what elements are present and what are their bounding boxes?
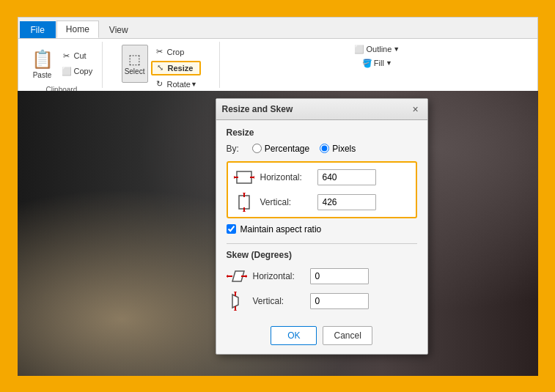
resize-fields: Horizontal: [227, 161, 417, 218]
maintain-aspect-row: Maintain aspect ratio [227, 224, 417, 234]
svg-rect-0 [237, 171, 251, 183]
ribbon-tabs: File Home View [18, 18, 537, 38]
maintain-aspect-label: Maintain aspect ratio [240, 224, 322, 234]
image-btn-stack: ✂ Crop ⤡ Resize ↻ Rotate ▼ [151, 45, 201, 92]
tools-items: ⬜ Outline ▼ 🪣 Fill ▼ [350, 43, 403, 86]
pixels-option[interactable]: Pixels [320, 144, 356, 154]
skew-vertical-input[interactable] [310, 293, 369, 309]
rotate-icon: ↻ [155, 79, 165, 89]
horizontal-row: Horizontal: [234, 167, 410, 188]
cut-button[interactable]: ✂ Cut [58, 48, 97, 63]
vertical-icon [234, 192, 254, 212]
resize-icon: ⤡ [155, 63, 166, 73]
svg-marker-15 [232, 295, 238, 308]
image-group: ⬚ Select ✂ Crop ⤡ Resize [103, 42, 220, 88]
vertical-input[interactable] [317, 194, 376, 210]
skew-horizontal-row: Horizontal: [227, 266, 417, 286]
percentage-option[interactable]: Percentage [252, 144, 309, 154]
pixels-radio[interactable] [320, 144, 329, 153]
select-container: ⬚ Select [122, 45, 148, 83]
crop-button[interactable]: ✂ Crop [151, 45, 201, 59]
clipboard-items: 📋 Paste ✂ Cut ⬜ Copy [27, 43, 97, 84]
ok-button[interactable]: OK [271, 326, 317, 345]
svg-marker-17 [234, 292, 237, 292]
horizontal-input[interactable] [317, 169, 376, 185]
copy-button[interactable]: ⬜ Copy [58, 64, 97, 78]
skew-vertical-label: Vertical: [253, 296, 304, 306]
dialog-title: Resize and Skew [222, 104, 293, 114]
cut-copy-group: ✂ Cut ⬜ Copy [58, 48, 97, 78]
svg-marker-9 [243, 211, 246, 212]
skew-horizontal-input[interactable] [310, 268, 369, 284]
horizontal-icon [234, 167, 254, 188]
fill-button[interactable]: 🪣 Fill ▼ [359, 57, 396, 70]
select-icon: ⬚ [128, 51, 141, 67]
copy-icon: ⬜ [62, 66, 72, 76]
skew-vertical-row: Vertical: [227, 291, 417, 311]
cut-icon: ✂ [62, 51, 72, 61]
crop-icon: ✂ [155, 47, 165, 57]
percentage-radio[interactable] [252, 144, 262, 153]
resize-dialog: Resize and Skew × Resize By: Percentage [216, 98, 428, 355]
svg-marker-14 [246, 275, 247, 278]
skew-section: Skew (Degrees) [227, 250, 417, 311]
dialog-footer: OK Cancel [216, 319, 427, 354]
dialog-close-button[interactable]: × [410, 103, 422, 115]
paste-button[interactable]: 📋 Paste [27, 43, 58, 84]
skew-horizontal-label: Horizontal: [253, 271, 304, 281]
by-label: By: [227, 144, 239, 154]
outline-button[interactable]: ⬜ Outline ▼ [350, 43, 403, 56]
svg-marker-19 [234, 310, 237, 311]
dialog-titlebar: Resize and Skew × [216, 99, 427, 120]
tools-group: ⬜ Outline ▼ 🪣 Fill ▼ [220, 42, 534, 88]
tab-home[interactable]: Home [56, 21, 99, 38]
horizontal-label: Horizontal: [260, 172, 312, 182]
svg-marker-4 [254, 176, 254, 179]
ribbon-content: 📋 Paste ✂ Cut ⬜ Copy Clipboar [18, 38, 537, 91]
tab-file[interactable]: File [20, 21, 56, 38]
percentage-label: Percentage [265, 144, 309, 154]
rotate-button[interactable]: ↻ Rotate ▼ [151, 77, 201, 92]
resize-button[interactable]: ⤡ Resize [151, 61, 201, 75]
dialog-body: Resize By: Percentage Pixels [216, 120, 427, 319]
clipboard-group: 📋 Paste ✂ Cut ⬜ Copy Clipboar [21, 42, 103, 88]
paste-icon: 📋 [32, 48, 53, 71]
tab-view[interactable]: View [100, 21, 138, 38]
skew-header: Skew (Degrees) [227, 250, 417, 260]
fill-icon: 🪣 [362, 59, 372, 68]
outline-icon: ⬜ [354, 45, 364, 54]
cancel-button[interactable]: Cancel [323, 326, 372, 345]
pixels-label: Pixels [332, 144, 356, 154]
svg-rect-5 [239, 196, 249, 209]
svg-marker-2 [234, 176, 235, 179]
maintain-aspect-checkbox[interactable] [227, 224, 236, 234]
skew-vertical-icon [227, 291, 247, 311]
divider [227, 243, 417, 244]
resize-section-header: Resize [227, 127, 417, 138]
skew-horizontal-icon [227, 266, 247, 286]
vertical-label: Vertical: [260, 197, 312, 207]
svg-marker-12 [227, 275, 228, 278]
vertical-row: Vertical: [234, 192, 410, 212]
photo-area: Resize and Skew × Resize By: Percentage [18, 91, 538, 376]
select-button[interactable]: ⬚ Select [122, 45, 148, 83]
resize-by-row: By: Percentage Pixels [227, 144, 417, 154]
ribbon: File Home View 📋 Paste ✂ Cut [18, 17, 538, 91]
image-items: ⬚ Select ✂ Crop ⤡ Resize [122, 43, 201, 92]
dialog-overlay: Resize and Skew × Resize By: Percentage [18, 91, 538, 376]
svg-marker-7 [243, 193, 246, 193]
